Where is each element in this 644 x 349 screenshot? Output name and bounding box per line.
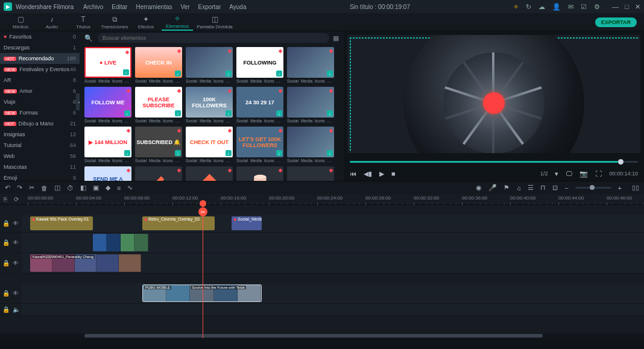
search-input[interactable] [98,33,329,43]
track-eye-icon[interactable]: 👁 [13,290,19,297]
notify-icon[interactable]: ☑ [581,3,587,11]
asset-thumb[interactable]: ▶ 144 MILLION◆↓Social_Media_Icons_Pac... [84,127,131,163]
download-icon[interactable]: ↓ [175,110,181,116]
clip-element[interactable]: ◆Social_Media_I [232,216,262,230]
marker-icon[interactable]: ⚑ [504,184,510,192]
download-icon[interactable]: ↓ [124,150,130,156]
tab-effects[interactable]: ✦Efectos [130,13,162,31]
sidebar-item[interactable]: Viaje6 [0,96,80,107]
magnet-icon[interactable]: ⊓ [540,184,546,192]
download-icon[interactable]: ↓ [276,71,282,77]
playhead[interactable]: ✂ [203,205,203,338]
premium-icon[interactable]: ✧ [513,3,519,11]
step-back-icon[interactable]: ◀▮ [364,170,372,178]
expand-icon[interactable]: ⛶ [595,170,602,177]
track-lock-icon[interactable]: 🔒 [2,239,10,246]
timeline-hscroll[interactable] [0,333,644,338]
sidebar-item[interactable]: Descargas1 [0,42,80,53]
timeline-link-icon[interactable]: ⎘ [4,196,7,203]
account-icon[interactable]: 👤 [552,3,561,11]
download-icon[interactable]: ↓ [175,150,181,156]
split-at-playhead-icon[interactable]: ✂ [198,207,207,216]
track-mute-icon[interactable]: 🔈 [13,306,20,313]
clip-overlay[interactable]: ◆Kawaii 90s Pack Overlay 01 [30,216,93,230]
prev-frame-icon[interactable]: ⏮ [350,170,356,177]
download-icon[interactable]: ↓ [226,150,232,156]
asset-thumb[interactable]: ◆↓Social_Media_Icons_Pac... [186,47,233,83]
sidebar-item[interactable]: Emoji9 [0,172,80,181]
preview-scrubber[interactable] [350,157,638,166]
monitor-icon[interactable]: 🖵 [566,170,572,177]
track-panel-icon[interactable]: ▯▯ [632,184,639,192]
sidebar-item[interactable]: Tutorial64 [0,140,80,151]
clip-video-selected[interactable]: PUBG MOBILE Evolve Into the Future with … [142,285,262,302]
sidebar-item[interactable]: ♥Favoritos0 [0,31,80,42]
sidebar-item[interactable]: HOTDibujo a Mano21 [0,118,80,129]
asset-thumb[interactable]: ◆↓Social_Media_Icons_Pac... [287,87,334,123]
greenscreen-icon[interactable]: ▣ [93,184,99,192]
tab-transitions[interactable]: ⧉Transiciones [99,13,130,31]
asset-thumb[interactable]: ◆↓Social_Media_Icons_Pac... [236,166,283,181]
download-icon[interactable]: ↓ [226,71,232,77]
zoom-in-icon[interactable]: + [618,184,622,192]
asset-thumb[interactable]: ◆↓Social_Media_Icons_Pac... [287,47,334,83]
grid-view-icon[interactable]: ▦ [333,34,339,42]
asset-thumb[interactable]: ◆↓Social_Media_Icons_Pac... [287,166,334,181]
track-eye-icon[interactable]: 👁 [13,260,19,266]
asset-thumb[interactable]: ◆↓Social_Media_Icons_Pac... [186,166,233,181]
sidebar-item[interactable]: HOTRecomendado195 [0,53,80,64]
sidebar-item[interactable]: NEWAmor6 [0,86,80,96]
track-lock-icon[interactable]: 🔒 [2,290,10,297]
time-ruler[interactable]: 00:00:00:0000:00:04:0000:00:08:0000:00:1… [22,194,644,204]
settings-icon[interactable]: ⚙ [594,3,600,11]
menu-ayuda[interactable]: Ayuda [229,4,246,10]
asset-thumb[interactable]: FOLLOW ME◆↓Social_Media_Icons_Pac... [84,87,131,123]
asset-thumb[interactable]: SEND ME A MESSAGE◆↓Social_Media_Icons_Pa… [84,166,131,181]
sidebar-item[interactable]: NEWFestivales y Eventos46 [0,64,80,75]
cut-icon[interactable]: ✂ [29,184,34,192]
asset-thumb[interactable]: ● LIVE◆↓Social_Media_Icons_Pac... [84,47,131,83]
download-icon[interactable]: ↓ [327,110,333,116]
asset-thumb[interactable]: 100K FOLLOWERS◆↓Social_Media_Icons_Pac..… [186,87,233,123]
asset-thumb[interactable]: PLEASE SUBSCRIBE◆↓Social_Media_Icons_Pac… [135,87,182,123]
download-icon[interactable]: ↓ [327,150,333,156]
chevron-down-icon[interactable]: ▾ [555,170,558,178]
asset-thumb[interactable]: ◆↓Social_Media_Icons_Pac... [287,127,334,163]
mixer-icon[interactable]: ♫ [516,184,521,192]
download-icon[interactable]: ↓ [123,69,129,75]
asset-thumb[interactable]: CHECK IT OUT◆↓Social_Media_Icons_Pac... [186,127,233,163]
tab-elements[interactable]: ✧Elementos [162,13,193,31]
undo-icon[interactable]: ↶ [5,184,10,192]
track-eye-icon[interactable]: 👁 [13,220,19,227]
stop-icon[interactable]: ■ [391,170,396,177]
timeline-sync-icon[interactable]: ⟳ [14,196,19,203]
menu-editar[interactable]: Editar [112,4,127,10]
download-icon[interactable]: ↓ [276,150,282,156]
sidebar-item[interactable]: Web56 [0,151,80,162]
download-icon[interactable]: ↓ [276,110,282,116]
track-lock-icon[interactable]: 🔒 [2,220,10,227]
audio-wave-icon[interactable]: ∿ [127,184,133,192]
tab-audio[interactable]: ♪Audio [36,13,68,31]
preview-canvas[interactable] [347,35,640,153]
message-icon[interactable]: ✉ [568,3,573,11]
track-manage-icon[interactable]: ☰ [528,184,534,192]
download-icon[interactable]: ↓ [327,71,333,77]
snapshot-icon[interactable]: 📷 [579,170,588,178]
zoom-out-icon[interactable]: − [564,184,568,192]
crop-icon[interactable]: ◫ [54,184,60,192]
zoom-slider[interactable] [575,187,611,189]
asset-thumb[interactable]: FOLLOWING◆↓Social_Media_Icons_Pac... [236,47,283,83]
asset-thumb[interactable]: LET'S GET 100K FOLLOWERS◆↓Social_Media_I… [236,127,283,163]
download-icon[interactable]: ↓ [226,110,232,116]
play-icon[interactable]: ▶ [379,170,384,178]
export-button[interactable]: EXPORTAR [595,17,637,27]
tab-titles[interactable]: TTítulos [68,13,99,31]
voiceover-icon[interactable]: 🎤 [488,184,497,192]
cloud-icon[interactable]: ☁ [538,3,545,11]
keyframe-icon[interactable]: ◆ [106,184,110,192]
refresh-icon[interactable]: ↻ [526,3,531,11]
sidebar-item[interactable]: AR8 [0,75,80,86]
menu-icon[interactable]: ≡ [117,184,121,192]
menu-exportar[interactable]: Exportar [198,4,221,10]
